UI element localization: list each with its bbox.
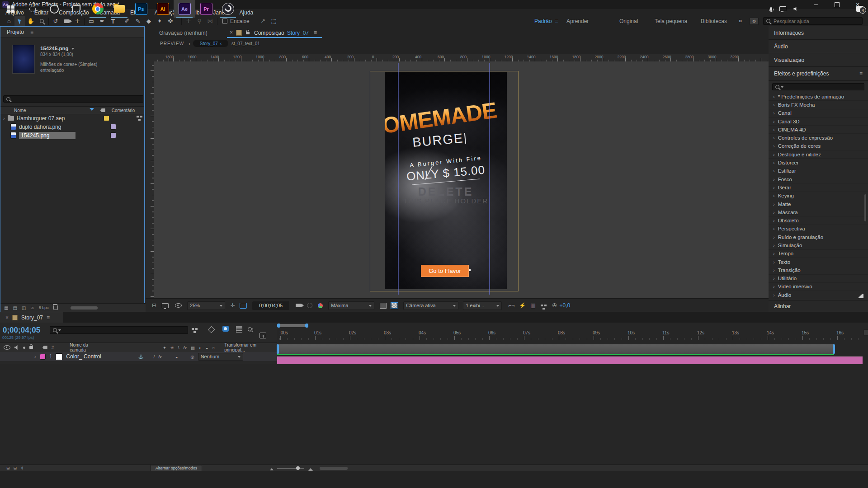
task-view-button[interactable] — [65, 0, 87, 18]
region-of-interest-icon[interactable] — [240, 303, 247, 309]
hand-tool-icon[interactable]: ✋ — [25, 16, 36, 26]
parent-dropdown[interactable]: Nenhum — [198, 353, 243, 361]
breadcrumb-current[interactable]: Story_07 — [200, 41, 218, 46]
help-search-input[interactable] — [773, 18, 859, 24]
flowchart-icon[interactable] — [137, 116, 139, 117]
fx-cat[interactable]: ›Distorcer — [769, 159, 868, 167]
project-depth[interactable]: 8 bpc — [39, 305, 49, 310]
project-search-input[interactable] — [13, 96, 140, 102]
work-area-start-handle[interactable] — [277, 344, 279, 354]
motion-blur-toggle-icon[interactable] — [222, 326, 229, 332]
column-comentario[interactable]: Comentário — [112, 108, 135, 113]
comp-viewer[interactable]: OMEMADE BURGE A Burger With Fire ONLY $ … — [154, 61, 769, 298]
view-dropdown[interactable]: Câmera ativa — [403, 301, 458, 310]
tab-gravacao[interactable]: Gravação (nenhum) — [159, 30, 208, 36]
audio-column-icon[interactable] — [14, 345, 19, 350]
workspace-original[interactable]: Original — [619, 18, 638, 24]
zoom-out-mountain-icon[interactable] — [270, 466, 274, 470]
workspace-menu-icon[interactable]: ≡ — [555, 18, 558, 24]
fast-previews-icon[interactable]: ⚡ — [519, 302, 526, 309]
fx-cat[interactable]: ›Utilitário — [769, 275, 868, 283]
frame-blend-icon[interactable] — [236, 326, 242, 333]
adjust-icon[interactable]: ≋ — [30, 305, 34, 310]
parent-pickwhip-icon[interactable]: ◎ — [190, 354, 194, 359]
new-folder-icon[interactable]: ▤ — [13, 305, 17, 310]
graph-editor-icon[interactable] — [259, 333, 266, 338]
orbit-tool-icon[interactable]: ↺ — [50, 16, 61, 26]
timeline-search[interactable] — [50, 326, 188, 334]
fx-cat[interactable]: ›CINEMA 4D — [769, 126, 868, 134]
draft-3d-icon[interactable] — [208, 326, 215, 333]
nav-start-handle[interactable] — [277, 324, 280, 328]
label-column-icon[interactable] — [42, 346, 47, 349]
breadcrumb-root[interactable]: PREVIEW — [160, 41, 184, 46]
effects-search-input[interactable] — [786, 84, 861, 90]
vertical-ruler[interactable] — [146, 61, 154, 298]
current-timecode[interactable]: 0;00;04;05 — [3, 326, 40, 335]
solo-column-icon[interactable] — [23, 347, 25, 349]
label-swatch-yellow[interactable] — [104, 115, 109, 121]
taskbar-search-button[interactable] — [22, 0, 43, 18]
workspace-padrao[interactable]: Padrão — [534, 18, 552, 24]
layer-anchor-icon[interactable]: ⚓ — [138, 354, 144, 359]
always-preview-icon[interactable]: ⊟ — [152, 302, 156, 309]
expand-layers-icon[interactable]: ⊞ — [6, 466, 10, 470]
work-area-end-handle[interactable] — [833, 344, 835, 354]
panel-informacoes[interactable]: Informações — [769, 26, 868, 40]
stamp-tool-icon[interactable]: ✎ — [132, 16, 143, 26]
timeline-tab[interactable]: × Story_07 ≡ — [0, 312, 63, 323]
fx-cat[interactable]: ›Transição — [769, 266, 868, 274]
nav-end-handle[interactable] — [305, 324, 308, 328]
timeline-zoom-slider[interactable] — [277, 468, 304, 469]
camera-tool-icon[interactable] — [61, 16, 72, 26]
guide-line-left[interactable] — [398, 63, 399, 295]
panel-menu-icon[interactable]: ≡ — [314, 29, 317, 36]
transparency-grid-toggle[interactable] — [391, 303, 398, 309]
layer-name[interactable]: Color_ Control — [66, 353, 101, 360]
fx-cat[interactable]: ›Matte — [769, 200, 868, 208]
zoom-slider-knob[interactable] — [296, 466, 300, 470]
snap-checkbox-icon[interactable] — [222, 19, 227, 23]
effects-search[interactable] — [772, 83, 864, 90]
network-tray-icon[interactable] — [779, 6, 786, 11]
brush-tool-icon[interactable]: ✐ — [122, 16, 132, 26]
layer-fx-icon[interactable]: fx — [158, 354, 161, 359]
fx-cat[interactable]: ›Boris FX Mocha — [769, 101, 868, 109]
timeline-ruler[interactable]: :00s 01s 02s 03s 04s 05s 06s 07s 08s 09s… — [277, 328, 863, 340]
v-scrollbar[interactable] — [864, 194, 866, 221]
primary-viewer-icon[interactable] — [162, 303, 169, 308]
timeline-button-icon[interactable]: ▥ — [530, 302, 535, 309]
fx-cat[interactable]: ›Áudio — [769, 291, 868, 299]
menu-ajuda[interactable]: Ajuda — [240, 9, 254, 16]
zoom-tool-icon[interactable] — [36, 16, 47, 26]
channel-icon[interactable] — [318, 303, 323, 308]
workspace-aprender[interactable]: Aprender — [566, 18, 589, 24]
view-layout-dropdown[interactable]: 1 exibi... — [463, 301, 502, 310]
taskbar-photoshop[interactable]: Ps — [130, 0, 152, 18]
label-column-icon[interactable] — [100, 108, 105, 112]
eraser-tool-icon[interactable]: ◆ — [143, 16, 154, 26]
mask-visibility-icon[interactable] — [175, 303, 182, 308]
column-nome[interactable]: Nome — [14, 108, 26, 113]
cta-button[interactable]: Go to Flavor — [421, 265, 469, 277]
panel-alinhar[interactable]: Alinhar — [769, 300, 868, 313]
snapshot-icon[interactable] — [296, 304, 302, 307]
fx-cat[interactable]: ›Vídeo imersivo — [769, 283, 868, 291]
fx-cat[interactable]: ›Tempo — [769, 250, 868, 258]
shy-layers-icon[interactable] — [248, 327, 252, 331]
maximize-button[interactable] — [826, 0, 847, 9]
label-swatch-lavender[interactable] — [110, 124, 116, 130]
resolution-dropdown[interactable]: Máxima — [328, 301, 374, 310]
comp-marker-bin-icon[interactable] — [863, 329, 868, 336]
project-row-154245[interactable]: 154245.png — [0, 131, 144, 140]
panel-menu-icon[interactable]: ≡ — [47, 314, 50, 321]
reset-exposure-icon[interactable]: ✇ — [552, 302, 557, 309]
sort-arrow-icon[interactable] — [90, 108, 94, 113]
fx-cat[interactable]: ›* Predefinições de animação — [769, 93, 868, 101]
taskbar-explorer[interactable] — [108, 0, 130, 18]
grid-guides-icon[interactable]: ✛ — [231, 302, 235, 309]
workspace-switcher-icon[interactable]: ⚙ — [750, 18, 759, 25]
timeline-h-scrollbar[interactable] — [320, 467, 348, 470]
nav-bar[interactable] — [280, 324, 305, 327]
composition-frame[interactable]: OMEMADE BURGE A Burger With Fire ONLY $ … — [385, 72, 507, 289]
